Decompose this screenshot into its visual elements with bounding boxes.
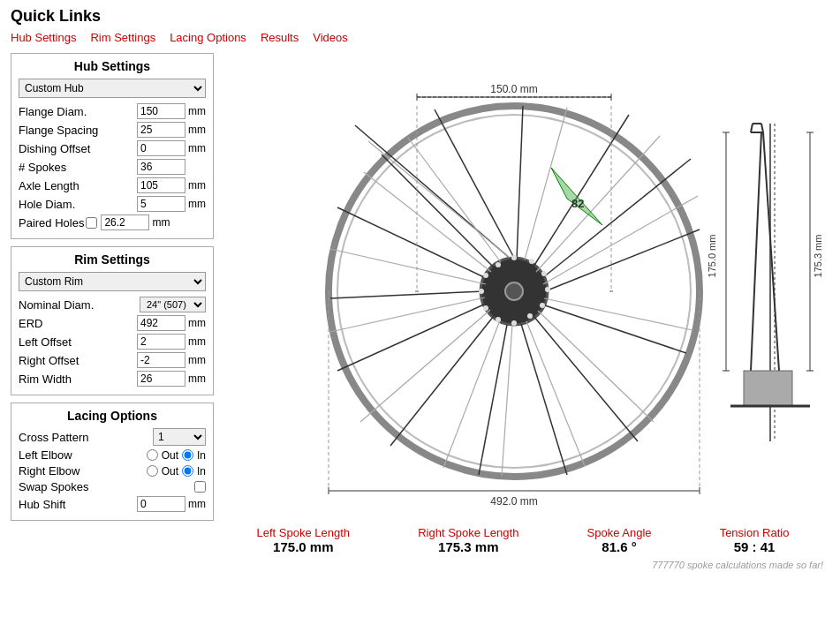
cross-pattern-select[interactable]: 1234 [153, 428, 206, 446]
nominal-diam-select[interactable]: 24" (507) [140, 297, 206, 312]
right-elbow-in-radio[interactable] [182, 465, 193, 477]
svg-rect-71 [744, 371, 792, 406]
flange-diam-input[interactable] [137, 103, 185, 119]
rim-width-input[interactable] [137, 371, 185, 387]
paired-holes-row: Paired Holes mm [19, 214, 206, 230]
left-elbow-out-radio[interactable] [147, 449, 158, 461]
svg-text:175.0 mm: 175.0 mm [707, 235, 717, 278]
svg-line-70 [763, 132, 779, 371]
svg-line-14 [517, 106, 523, 260]
nominal-diam-label: Nominal Diam. [19, 298, 140, 312]
right-elbow-row: Right Elbow Out In [19, 464, 206, 478]
right-elbow-out-radio[interactable] [147, 465, 158, 477]
nav-lacing-options[interactable]: Lacing Options [170, 31, 246, 44]
left-elbow-label: Left Elbow [19, 448, 147, 462]
flange-spacing-unit: mm [188, 124, 206, 136]
erd-row: ERD mm [19, 315, 206, 331]
svg-line-20 [521, 324, 567, 475]
svg-point-9 [505, 282, 523, 300]
tension-ratio-result: Tension Ratio 59 : 41 [720, 526, 790, 554]
paired-holes-checkbox[interactable] [86, 217, 97, 229]
axle-length-input[interactable] [137, 177, 185, 193]
hole-diam-row: Hole Diam. mm [19, 196, 206, 212]
svg-line-36 [360, 310, 490, 422]
left-elbow-radios: Out In [147, 449, 206, 462]
results-row: Left Spoke Length 175.0 mm Right Spoke L… [223, 519, 823, 554]
cross-pattern-row: Cross Pattern 1234 [19, 428, 206, 446]
right-elbow-in-label: In [197, 465, 206, 478]
hub-select[interactable]: Custom Hub [19, 79, 206, 98]
spokes-input[interactable] [137, 159, 185, 175]
right-offset-input[interactable] [137, 352, 185, 368]
svg-line-27 [368, 141, 510, 258]
svg-point-46 [527, 313, 533, 319]
left-elbow-in-radio[interactable] [182, 449, 193, 461]
svg-line-31 [544, 298, 692, 330]
hub-shift-row: Hub Shift mm [19, 496, 206, 512]
flange-diam-row: Flange Diam. mm [19, 103, 206, 119]
dishing-offset-label: Dishing Offset [19, 142, 137, 155]
rim-settings-section: Rim Settings Custom Rim Nominal Diam. 24… [11, 246, 214, 395]
left-offset-input[interactable] [137, 334, 185, 350]
svg-line-26 [382, 154, 494, 267]
dishing-offset-unit: mm [188, 142, 206, 154]
nominal-diam-row: Nominal Diam. 24" (507) [19, 297, 206, 312]
svg-point-49 [483, 305, 488, 311]
erd-input[interactable] [137, 315, 185, 331]
rim-settings-title: Rim Settings [19, 252, 206, 267]
hole-diam-label: Hole Diam. [19, 198, 137, 211]
nav-rim-settings[interactable]: Rim Settings [90, 31, 155, 44]
right-spoke-label: Right Spoke Length [418, 526, 518, 539]
spoke-angle-label: Spoke Angle [587, 526, 652, 539]
flange-spacing-label: Flange Spacing [19, 124, 137, 137]
paired-holes-unit: mm [152, 216, 170, 229]
hole-diam-input[interactable] [137, 196, 185, 212]
page-wrapper: Quick Links Hub Settings Rim Settings La… [0, 0, 840, 577]
dishing-offset-input[interactable] [137, 140, 185, 156]
tension-ratio-value: 59 : 41 [720, 539, 790, 554]
paired-holes-input[interactable] [101, 214, 149, 230]
hub-shift-unit: mm [188, 498, 206, 510]
svg-line-24 [330, 291, 484, 298]
main-layout: Hub Settings Custom Hub Flange Diam. mm … [11, 53, 829, 570]
rim-width-unit: mm [188, 372, 206, 385]
svg-text:150.0 mm: 150.0 mm [490, 83, 537, 95]
right-content: 150.0 mm [214, 53, 832, 570]
hub-shift-input[interactable] [137, 496, 185, 512]
spoke-angle-value: 81.6 ° [587, 539, 652, 554]
erd-label: ERD [19, 317, 137, 330]
left-spoke-label: Left Spoke Length [257, 526, 351, 539]
left-elbow-in-label: In [197, 449, 206, 462]
svg-point-41 [511, 255, 517, 260]
hub-settings-title: Hub Settings [19, 59, 206, 73]
flange-diam-unit: mm [188, 105, 206, 117]
dishing-offset-row: Dishing Offset mm [19, 140, 206, 156]
svg-line-22 [390, 316, 494, 446]
spoke-calc-note: 777770 spoke calculations made so far! [223, 560, 823, 570]
right-elbow-radios: Out In [147, 465, 206, 478]
nav-videos[interactable]: Videos [313, 31, 348, 44]
svg-line-67 [761, 124, 763, 132]
right-elbow-label: Right Elbow [19, 464, 147, 478]
wheel-diagram: 150.0 mm [223, 53, 823, 512]
swap-spokes-checkbox[interactable] [194, 481, 206, 493]
svg-point-51 [483, 273, 488, 278]
rim-width-row: Rim Width mm [19, 371, 206, 387]
axle-length-row: Axle Length mm [19, 177, 206, 193]
svg-text:492.0 mm: 492.0 mm [490, 495, 537, 508]
svg-point-42 [529, 259, 534, 264]
flange-spacing-input[interactable] [137, 122, 185, 138]
nav-hub-settings[interactable]: Hub Settings [11, 31, 76, 44]
nav-links: Hub Settings Rim Settings Lacing Options… [11, 31, 829, 44]
left-offset-row: Left Offset mm [19, 334, 206, 350]
hub-settings-section: Hub Settings Custom Hub Flange Diam. mm … [11, 53, 214, 239]
left-spoke-result: Left Spoke Length 175.0 mm [257, 526, 351, 554]
hub-shift-label: Hub Shift [19, 498, 137, 511]
axle-length-label: Axle Length [19, 179, 137, 192]
svg-line-66 [751, 124, 753, 132]
svg-text:82: 82 [571, 197, 584, 210]
nav-results[interactable]: Results [261, 31, 299, 44]
rim-select[interactable]: Custom Rim [19, 272, 206, 291]
swap-spokes-row: Swap Spokes [19, 480, 206, 493]
svg-point-52 [496, 262, 501, 267]
